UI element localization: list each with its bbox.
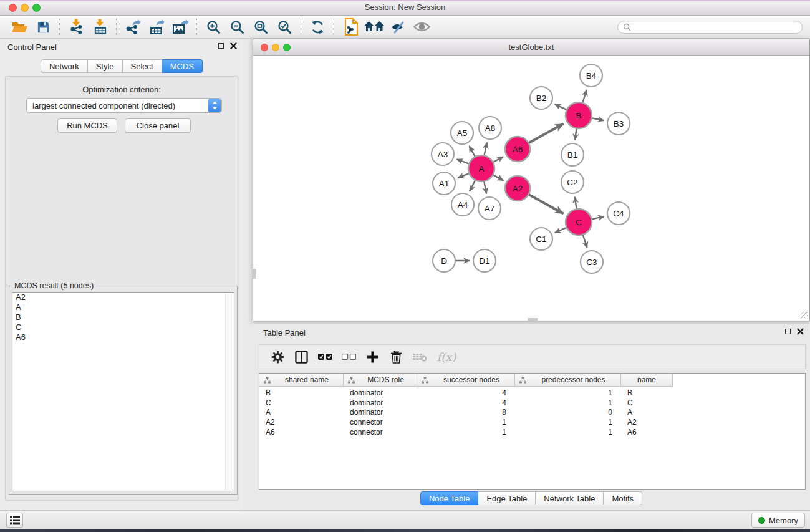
resize-grip-icon[interactable] xyxy=(801,312,808,319)
control-panel: Control Panel Network Style Select MCDS … xyxy=(0,39,243,510)
table-cell[interactable]: 8 xyxy=(417,408,515,417)
split-columns-button[interactable] xyxy=(289,346,313,367)
table-cell[interactable]: 1 xyxy=(515,428,621,437)
table-row[interactable]: Bdominator41B xyxy=(259,388,805,398)
show-all-columns-button[interactable] xyxy=(313,346,337,367)
tree-column-icon xyxy=(264,377,271,384)
show-hide-panels-button[interactable] xyxy=(362,17,386,37)
search-icon xyxy=(623,23,631,31)
table-cell[interactable]: 4 xyxy=(417,399,515,407)
table-cell[interactable]: A6 xyxy=(259,428,344,437)
close-panel-icon[interactable] xyxy=(797,328,804,335)
export-network-button[interactable] xyxy=(121,17,145,37)
tab-motifs[interactable]: Motifs xyxy=(604,491,642,505)
column-header-MCDS-role[interactable]: MCDS role xyxy=(344,374,417,387)
table-cell[interactable]: A2 xyxy=(259,418,344,427)
table-cell[interactable]: dominator xyxy=(344,399,417,407)
network-canvas[interactable]: AA1A2A3A4A5A6A7A8BB1B2B3B4CC1C2C3C4DD1 xyxy=(253,56,809,321)
table-cell[interactable]: B xyxy=(259,389,344,397)
table-cell[interactable]: A2 xyxy=(621,418,673,427)
table-cell[interactable]: A xyxy=(259,408,344,417)
mcds-result-item[interactable]: A2 xyxy=(12,293,234,302)
table-cell[interactable]: B xyxy=(621,389,673,397)
criterion-dropdown[interactable]: largest connected component (directed) xyxy=(26,98,222,113)
graph-node-label-B4: B4 xyxy=(586,71,597,80)
float-panel-icon[interactable] xyxy=(218,43,224,49)
table-cell[interactable]: C xyxy=(621,399,673,407)
zoom-in-button[interactable] xyxy=(201,17,225,37)
table-cell[interactable]: 0 xyxy=(515,408,621,417)
mcds-result-item[interactable]: C xyxy=(12,322,234,332)
refresh-button[interactable] xyxy=(306,17,329,37)
tab-network[interactable]: Network xyxy=(41,59,88,73)
table-cell[interactable]: dominator xyxy=(344,408,417,417)
export-table-button[interactable] xyxy=(145,17,168,37)
table-options-button[interactable] xyxy=(266,346,289,367)
table-cell[interactable]: 1 xyxy=(417,418,515,427)
zoom-fit-button[interactable] xyxy=(249,17,272,37)
column-header-shared-name[interactable]: shared name xyxy=(259,374,344,387)
column-header-predecessor-nodes[interactable]: predecessor nodes xyxy=(515,374,621,387)
table-row[interactable]: A6connector11A6 xyxy=(259,427,805,437)
import-network-button[interactable] xyxy=(64,17,88,37)
hide-all-columns-button[interactable] xyxy=(337,346,360,367)
run-mcds-button[interactable]: Run MCDS xyxy=(57,118,117,133)
splitter-handle[interactable] xyxy=(528,318,538,321)
close-panel-icon[interactable] xyxy=(230,42,237,49)
create-column-button[interactable] xyxy=(360,346,384,367)
search-input[interactable] xyxy=(634,22,797,31)
scrollbar-track[interactable] xyxy=(225,293,233,490)
mcds-result-item[interactable]: A xyxy=(12,302,234,312)
list-icon xyxy=(10,516,20,525)
new-network-from-selection-button[interactable] xyxy=(339,17,362,37)
titlebar: Session: New Session xyxy=(0,0,810,16)
show-hide-annotations-button[interactable] xyxy=(386,17,410,37)
table-cell[interactable]: 1 xyxy=(417,428,515,437)
save-session-button[interactable] xyxy=(31,17,55,37)
table-cell[interactable]: 1 xyxy=(515,389,621,397)
table-cell[interactable]: connector xyxy=(344,418,417,427)
memory-button[interactable]: Memory xyxy=(751,513,805,528)
show-graphics-details-button[interactable] xyxy=(410,17,433,37)
open-session-button[interactable] xyxy=(7,17,31,37)
table-row[interactable]: Cdominator41C xyxy=(259,398,805,408)
checked-boxes-icon xyxy=(318,354,332,360)
delete-column-button[interactable] xyxy=(384,346,408,367)
zoom-out-button[interactable] xyxy=(225,17,249,37)
mcds-result-item[interactable]: B xyxy=(12,312,234,322)
zoom-selected-button[interactable] xyxy=(272,17,296,37)
import-table-button[interactable] xyxy=(88,17,112,37)
tab-network-table[interactable]: Network Table xyxy=(536,491,604,505)
table-cell[interactable]: 4 xyxy=(417,389,515,397)
window-title: Session: New Session xyxy=(0,2,810,12)
network-window-titlebar[interactable]: testGlobe.txt xyxy=(253,39,809,56)
table-cell[interactable]: connector xyxy=(344,428,417,437)
tab-select[interactable]: Select xyxy=(123,59,162,73)
tab-mcds[interactable]: MCDS xyxy=(162,59,203,73)
table-row[interactable]: A2connector11A2 xyxy=(259,417,805,427)
search-field[interactable] xyxy=(617,21,803,34)
table-cell[interactable]: A xyxy=(621,408,673,417)
network-graph[interactable]: AA1A2A3A4A5A6A7A8BB1B2B3B4CC1C2C3C4DD1 xyxy=(253,56,809,321)
tab-style[interactable]: Style xyxy=(88,59,123,73)
column-header-successor-nodes[interactable]: successor nodes xyxy=(417,374,515,387)
table-cell[interactable]: 1 xyxy=(515,418,621,427)
zoom-in-icon xyxy=(206,20,221,34)
task-history-button[interactable] xyxy=(6,513,23,528)
tab-edge-table[interactable]: Edge Table xyxy=(478,491,536,505)
table-row[interactable]: Adominator80A xyxy=(259,408,805,418)
column-header-name[interactable]: name xyxy=(621,374,673,387)
table-cell[interactable]: 1 xyxy=(515,399,621,407)
table-cell[interactable]: C xyxy=(259,399,344,407)
float-panel-icon[interactable] xyxy=(785,329,791,334)
splitter-handle[interactable] xyxy=(253,269,256,279)
table-cell[interactable]: dominator xyxy=(344,389,417,397)
annotation-eye-pen-icon xyxy=(390,19,406,34)
tab-node-table[interactable]: Node Table xyxy=(420,491,479,505)
mcds-result-list[interactable]: A2ABCA6 xyxy=(12,292,234,491)
import-network-icon xyxy=(69,19,84,35)
export-image-button[interactable] xyxy=(168,17,192,37)
close-panel-button[interactable]: Close panel xyxy=(125,118,191,133)
mcds-result-item[interactable]: A6 xyxy=(12,332,234,342)
table-cell[interactable]: A6 xyxy=(621,428,673,437)
